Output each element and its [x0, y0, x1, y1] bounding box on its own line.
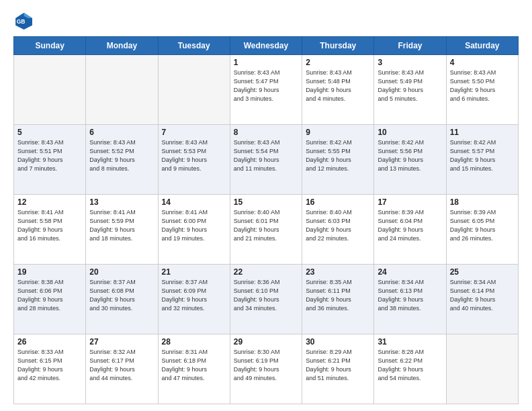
day-number: 11	[450, 128, 515, 137]
calendar-day-1: 1Sunrise: 8:43 AM Sunset: 5:47 PM Daylig…	[230, 55, 302, 125]
calendar-day-27: 27Sunrise: 8:32 AM Sunset: 6:17 PM Dayli…	[86, 334, 158, 404]
day-info: Sunrise: 8:39 AM Sunset: 6:04 PM Dayligh…	[378, 208, 442, 243]
day-header-wednesday: Wednesday	[230, 37, 302, 55]
day-number: 1	[234, 58, 298, 67]
day-number: 3	[378, 58, 442, 67]
calendar-day-10: 10Sunrise: 8:42 AM Sunset: 5:56 PM Dayli…	[374, 125, 446, 195]
day-number: 6	[89, 128, 154, 137]
generalblue-logo-icon: GB	[13, 11, 32, 30]
day-info: Sunrise: 8:43 AM Sunset: 5:47 PM Dayligh…	[234, 68, 298, 103]
day-info: Sunrise: 8:43 AM Sunset: 5:49 PM Dayligh…	[378, 68, 442, 103]
calendar-day-15: 15Sunrise: 8:40 AM Sunset: 6:01 PM Dayli…	[230, 195, 302, 265]
calendar-empty-cell	[446, 334, 518, 404]
day-info: Sunrise: 8:35 AM Sunset: 6:11 PM Dayligh…	[306, 278, 370, 313]
day-info: Sunrise: 8:43 AM Sunset: 5:51 PM Dayligh…	[17, 138, 82, 173]
day-number: 24	[378, 267, 442, 277]
calendar-table: SundayMondayTuesdayWednesdayThursdayFrid…	[13, 36, 519, 404]
calendar-day-9: 9Sunrise: 8:42 AM Sunset: 5:55 PM Daylig…	[302, 125, 374, 195]
day-number: 14	[162, 197, 226, 207]
day-info: Sunrise: 8:41 AM Sunset: 5:58 PM Dayligh…	[17, 208, 82, 243]
day-info: Sunrise: 8:30 AM Sunset: 6:19 PM Dayligh…	[234, 348, 298, 383]
calendar-day-11: 11Sunrise: 8:42 AM Sunset: 5:57 PM Dayli…	[446, 125, 518, 195]
day-header-friday: Friday	[374, 37, 446, 55]
day-header-monday: Monday	[86, 37, 158, 55]
day-number: 30	[306, 337, 370, 347]
calendar-day-24: 24Sunrise: 8:34 AM Sunset: 6:13 PM Dayli…	[374, 265, 446, 334]
calendar-header-row: SundayMondayTuesdayWednesdayThursdayFrid…	[14, 37, 519, 55]
calendar-day-22: 22Sunrise: 8:36 AM Sunset: 6:10 PM Dayli…	[230, 265, 302, 334]
day-number: 31	[378, 337, 442, 347]
day-number: 7	[162, 128, 226, 137]
day-number: 23	[306, 267, 370, 277]
calendar-day-8: 8Sunrise: 8:43 AM Sunset: 5:54 PM Daylig…	[230, 125, 302, 195]
day-info: Sunrise: 8:31 AM Sunset: 6:18 PM Dayligh…	[162, 348, 226, 383]
day-number: 15	[234, 197, 298, 207]
day-number: 5	[17, 128, 82, 137]
day-info: Sunrise: 8:32 AM Sunset: 6:17 PM Dayligh…	[89, 348, 154, 383]
day-info: Sunrise: 8:42 AM Sunset: 5:57 PM Dayligh…	[450, 138, 515, 173]
day-number: 22	[234, 267, 298, 277]
calendar-week-5: 26Sunrise: 8:33 AM Sunset: 6:15 PM Dayli…	[14, 334, 519, 404]
day-number: 20	[89, 267, 154, 277]
day-header-tuesday: Tuesday	[158, 37, 230, 55]
calendar-day-19: 19Sunrise: 8:38 AM Sunset: 6:06 PM Dayli…	[14, 265, 86, 334]
svg-text:GB: GB	[17, 18, 26, 25]
day-header-sunday: Sunday	[14, 37, 86, 55]
day-number: 9	[306, 128, 370, 137]
day-number: 19	[17, 267, 82, 277]
day-header-saturday: Saturday	[446, 37, 518, 55]
day-number: 21	[162, 267, 226, 277]
day-number: 10	[378, 128, 442, 137]
day-number: 28	[162, 337, 226, 347]
calendar-day-29: 29Sunrise: 8:30 AM Sunset: 6:19 PM Dayli…	[230, 334, 302, 404]
calendar-day-18: 18Sunrise: 8:39 AM Sunset: 6:05 PM Dayli…	[446, 195, 518, 265]
header: GB	[13, 11, 519, 30]
calendar-day-23: 23Sunrise: 8:35 AM Sunset: 6:11 PM Dayli…	[302, 265, 374, 334]
calendar-day-6: 6Sunrise: 8:43 AM Sunset: 5:52 PM Daylig…	[86, 125, 158, 195]
calendar-day-7: 7Sunrise: 8:43 AM Sunset: 5:53 PM Daylig…	[158, 125, 230, 195]
calendar-day-28: 28Sunrise: 8:31 AM Sunset: 6:18 PM Dayli…	[158, 334, 230, 404]
day-info: Sunrise: 8:42 AM Sunset: 5:55 PM Dayligh…	[306, 138, 370, 173]
day-info: Sunrise: 8:43 AM Sunset: 5:48 PM Dayligh…	[306, 68, 370, 103]
day-header-thursday: Thursday	[302, 37, 374, 55]
calendar-empty-cell	[158, 55, 230, 125]
day-info: Sunrise: 8:43 AM Sunset: 5:52 PM Dayligh…	[89, 138, 154, 173]
day-number: 18	[450, 197, 515, 207]
logo: GB	[13, 11, 35, 30]
day-number: 12	[17, 197, 82, 207]
day-info: Sunrise: 8:39 AM Sunset: 6:05 PM Dayligh…	[450, 208, 515, 243]
day-number: 2	[306, 58, 370, 67]
calendar-week-3: 12Sunrise: 8:41 AM Sunset: 5:58 PM Dayli…	[14, 195, 519, 265]
calendar-day-16: 16Sunrise: 8:40 AM Sunset: 6:03 PM Dayli…	[302, 195, 374, 265]
day-info: Sunrise: 8:38 AM Sunset: 6:06 PM Dayligh…	[17, 278, 82, 313]
day-number: 16	[306, 197, 370, 207]
day-info: Sunrise: 8:43 AM Sunset: 5:53 PM Dayligh…	[162, 138, 226, 173]
calendar-day-21: 21Sunrise: 8:37 AM Sunset: 6:09 PM Dayli…	[158, 265, 230, 334]
day-info: Sunrise: 8:28 AM Sunset: 6:22 PM Dayligh…	[378, 348, 442, 383]
day-info: Sunrise: 8:43 AM Sunset: 5:50 PM Dayligh…	[450, 68, 515, 103]
calendar-day-26: 26Sunrise: 8:33 AM Sunset: 6:15 PM Dayli…	[14, 334, 86, 404]
calendar-day-2: 2Sunrise: 8:43 AM Sunset: 5:48 PM Daylig…	[302, 55, 374, 125]
calendar-day-31: 31Sunrise: 8:28 AM Sunset: 6:22 PM Dayli…	[374, 334, 446, 404]
calendar-day-20: 20Sunrise: 8:37 AM Sunset: 6:08 PM Dayli…	[86, 265, 158, 334]
calendar-day-13: 13Sunrise: 8:41 AM Sunset: 5:59 PM Dayli…	[86, 195, 158, 265]
day-info: Sunrise: 8:43 AM Sunset: 5:54 PM Dayligh…	[234, 138, 298, 173]
day-info: Sunrise: 8:41 AM Sunset: 5:59 PM Dayligh…	[89, 208, 154, 243]
day-number: 4	[450, 58, 515, 67]
day-info: Sunrise: 8:40 AM Sunset: 6:03 PM Dayligh…	[306, 208, 370, 243]
day-info: Sunrise: 8:41 AM Sunset: 6:00 PM Dayligh…	[162, 208, 226, 243]
day-info: Sunrise: 8:34 AM Sunset: 6:14 PM Dayligh…	[450, 278, 515, 313]
calendar-empty-cell	[14, 55, 86, 125]
day-info: Sunrise: 8:29 AM Sunset: 6:21 PM Dayligh…	[306, 348, 370, 383]
day-number: 13	[89, 197, 154, 207]
calendar-day-3: 3Sunrise: 8:43 AM Sunset: 5:49 PM Daylig…	[374, 55, 446, 125]
day-number: 26	[17, 337, 82, 347]
day-info: Sunrise: 8:37 AM Sunset: 6:08 PM Dayligh…	[89, 278, 154, 313]
calendar-week-4: 19Sunrise: 8:38 AM Sunset: 6:06 PM Dayli…	[14, 265, 519, 334]
day-info: Sunrise: 8:36 AM Sunset: 6:10 PM Dayligh…	[234, 278, 298, 313]
day-number: 8	[234, 128, 298, 137]
day-info: Sunrise: 8:34 AM Sunset: 6:13 PM Dayligh…	[378, 278, 442, 313]
day-info: Sunrise: 8:40 AM Sunset: 6:01 PM Dayligh…	[234, 208, 298, 243]
calendar-day-17: 17Sunrise: 8:39 AM Sunset: 6:04 PM Dayli…	[374, 195, 446, 265]
day-info: Sunrise: 8:37 AM Sunset: 6:09 PM Dayligh…	[162, 278, 226, 313]
